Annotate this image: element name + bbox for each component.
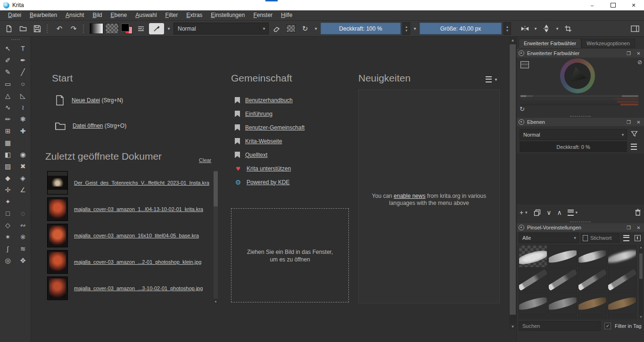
brush-preset[interactable]	[578, 269, 607, 291]
mirror-horizontal-caret[interactable]: ▾	[533, 26, 538, 31]
community-link[interactable]: Quelltext	[245, 152, 267, 158]
mirror-vertical-caret[interactable]: ▾	[554, 26, 560, 31]
recent-file-link[interactable]: Der_Geist_des_Totenreichs_V...ffetlicht_…	[74, 180, 209, 186]
delete-layer-button[interactable]	[635, 209, 641, 216]
open-file-button[interactable]: Datei öffnen (Strg+O)	[55, 119, 126, 133]
trim-image-button[interactable]	[562, 23, 574, 35]
brush-editor-button[interactable]	[149, 23, 164, 34]
tool-reference-images-icon[interactable]: ✦	[2, 196, 14, 207]
new-file-link[interactable]: Neue Datei	[72, 97, 100, 104]
new-file-button[interactable]: Neue Datei (Strg+N)	[55, 93, 123, 107]
color-history-strip[interactable]	[520, 104, 638, 106]
recent-file-item[interactable]: majalla_cover-03_amazon_...3-10-02-01_ph…	[44, 275, 218, 301]
news-options-button[interactable]: ▾	[486, 76, 499, 82]
import-resources-button[interactable]	[633, 233, 642, 243]
tool-polygon-icon[interactable]: △	[2, 90, 14, 101]
brush-preset[interactable]	[608, 292, 636, 315]
maximize-button[interactable]	[603, 0, 623, 10]
tab-tool-options[interactable]: Werkzeugoptionen	[581, 39, 635, 48]
tool-text-icon[interactable]: T	[17, 43, 29, 54]
toolbar-handle[interactable]	[47, 24, 50, 33]
float-icon[interactable]: ❐	[625, 120, 632, 125]
recent-file-item[interactable]: majalla_cover-03_amazon_16x10_titel04-05…	[44, 222, 218, 249]
brush-preset[interactable]	[548, 292, 577, 315]
tool-move-icon[interactable]: ✚	[17, 125, 29, 137]
tool-pan-icon[interactable]: ✥	[17, 255, 29, 266]
pattern-chooser[interactable]	[105, 23, 119, 34]
recent-file-item[interactable]: majalla_cover-03_amazon_...2-01_photosho…	[44, 249, 218, 275]
brush-preset[interactable]	[608, 316, 636, 319]
preserve-alpha-button[interactable]	[285, 23, 297, 35]
tool-rectangle-icon[interactable]: ▭	[2, 78, 14, 90]
layer-options-button[interactable]	[631, 144, 637, 150]
scroll-up-icon[interactable]: ▲	[509, 37, 516, 43]
community-link[interactable]: Einführung	[245, 111, 272, 117]
tab-advanced-color-selector[interactable]: Erweiterter Farbwähler	[519, 39, 581, 48]
brush-preset[interactable]	[519, 316, 547, 319]
menu-fenster[interactable]: Fenster	[249, 10, 277, 20]
tool-calligraphy-icon[interactable]: ✒	[17, 55, 29, 66]
layer-opacity-slider[interactable]: Deckkraft: 0 %	[520, 141, 627, 152]
toolbar-handle[interactable]	[83, 24, 86, 33]
add-layer-button[interactable]: +▾	[520, 209, 528, 216]
float-icon[interactable]: ❐	[625, 225, 632, 230]
tool-transform-icon[interactable]: ⊞	[2, 125, 14, 137]
community-link-item[interactable]: Benutzer-Gemeinschaft	[235, 121, 305, 134]
menu-datei[interactable]: Datei	[4, 10, 25, 20]
menu-extras[interactable]: Extras	[182, 10, 206, 20]
brush-preset[interactable]	[578, 245, 607, 268]
brush-preset[interactable]	[608, 269, 636, 291]
float-icon[interactable]: ❐	[625, 51, 632, 56]
scroll-down-icon[interactable]: ▼	[639, 315, 643, 319]
community-link-item[interactable]: ⚙Powered by KDE	[235, 175, 305, 189]
recent-file-link[interactable]: majalla_cover-03_amazon_...2-01_photosho…	[74, 259, 201, 265]
tool-smart-patch-icon[interactable]: ✖	[17, 161, 29, 172]
color-history-strip[interactable]	[520, 101, 638, 103]
layer-properties-button[interactable]: ▾	[568, 210, 578, 216]
close-button[interactable]: ✕	[623, 0, 644, 10]
preset-search-input[interactable]	[521, 323, 600, 329]
brush-option-button[interactable]	[135, 23, 147, 35]
preset-tag-combo[interactable]: Alle ▾	[519, 233, 579, 243]
tool-freehand-path-icon[interactable]: ≀	[17, 102, 29, 113]
scrollbar-thumb[interactable]	[214, 171, 218, 206]
brush-preset[interactable]	[548, 269, 577, 291]
recent-files-scrollbar[interactable]: ▼	[214, 171, 218, 304]
blend-mode-combo[interactable]: Normal ▾	[173, 23, 269, 34]
filter-in-tag-checkbox[interactable]: ✓	[604, 323, 611, 329]
close-icon[interactable]: ✕	[635, 225, 642, 230]
brush-preset[interactable]	[519, 245, 547, 268]
opacity-spinner[interactable]: ▴▾	[403, 22, 410, 35]
opacity-slider[interactable]: Deckkraft: 100 %	[321, 23, 401, 34]
preset-view-mode-button[interactable]	[621, 233, 631, 243]
brush-preset[interactable]	[578, 316, 607, 319]
tool-contiguous-select-icon[interactable]: ※	[17, 231, 29, 243]
tool-freehand-select-icon[interactable]: ∾	[17, 220, 29, 231]
community-link[interactable]: Benutzer-Gemeinschaft	[245, 124, 305, 131]
tool-measure-icon[interactable]: ∠	[17, 184, 29, 195]
tool-line-icon[interactable]: ╱	[17, 66, 29, 78]
tool-pattern-edit-icon[interactable]: ▨	[2, 161, 14, 172]
tool-polygon-select-icon[interactable]: ◇	[2, 220, 14, 231]
brush-preset[interactable]	[578, 292, 607, 315]
preset-search-box[interactable]	[519, 321, 601, 331]
recent-file-link[interactable]: majalla_cover-03_amazon_16x10_titel04-05…	[74, 233, 199, 238]
recent-file-link[interactable]: majalla_cover-03_amazon_...3-10-02-01_ph…	[74, 285, 203, 291]
tool-crop-icon[interactable]: ▦	[2, 137, 14, 148]
brush-preset[interactable]	[548, 245, 577, 268]
tool-select-shapes-icon[interactable]: ↖	[2, 43, 14, 54]
menu-einstellungen[interactable]: Einstellungen	[206, 10, 249, 20]
brush-preset[interactable]	[519, 292, 547, 315]
community-link[interactable]: Krita unterstützen	[247, 165, 291, 172]
mirror-vertical-button[interactable]	[540, 23, 553, 35]
tool-bezier-curve-icon[interactable]: ∿	[2, 102, 14, 113]
layer-blend-mode-combo[interactable]: Normal ▾	[520, 129, 627, 140]
tag-search-input[interactable]	[589, 235, 619, 241]
fg-bg-color-selector[interactable]	[121, 23, 133, 34]
enable-news-link[interactable]: enable news	[394, 193, 425, 199]
move-layer-up-button[interactable]: ∧	[557, 209, 561, 216]
tool-similar-select-icon[interactable]: ✴	[2, 231, 14, 243]
minimize-button[interactable]: –	[582, 0, 603, 10]
redo-button[interactable]: ↷	[67, 23, 80, 35]
tool-dynamic-brush-icon[interactable]: ✏	[2, 114, 14, 125]
